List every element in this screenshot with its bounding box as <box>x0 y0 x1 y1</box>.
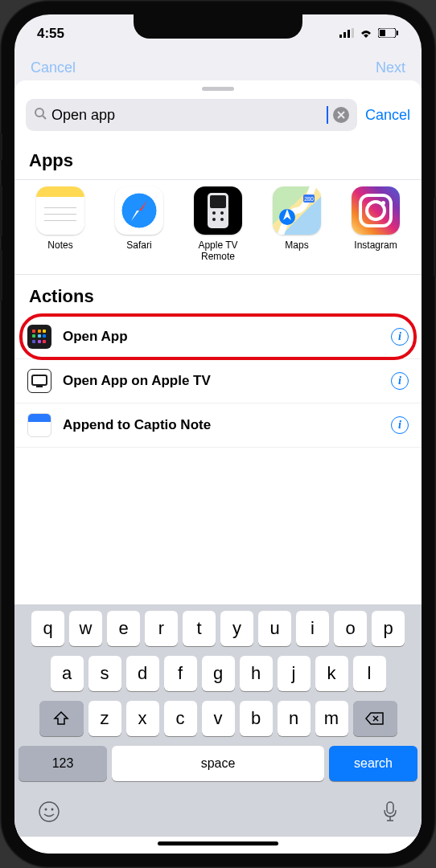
info-icon[interactable]: i <box>391 416 409 434</box>
key-y[interactable]: y <box>220 611 253 646</box>
battery-icon <box>378 26 399 42</box>
action-label: Open App <box>63 329 380 345</box>
key-d[interactable]: d <box>126 656 159 691</box>
key-numbers[interactable]: 123 <box>19 746 107 781</box>
key-m[interactable]: m <box>315 701 348 736</box>
svg-point-27 <box>51 809 54 811</box>
key-i[interactable]: i <box>296 611 329 646</box>
key-t[interactable]: t <box>183 611 216 646</box>
apps-row: Notes Safari Apple TV Remote <box>14 179 422 275</box>
app-label: Safari <box>126 240 151 251</box>
action-open-app[interactable]: Open App i <box>14 315 422 359</box>
key-delete[interactable] <box>353 701 397 736</box>
notch <box>134 14 302 39</box>
key-c[interactable]: c <box>164 701 197 736</box>
svg-rect-28 <box>387 802 393 813</box>
search-icon <box>34 107 47 123</box>
apple-tv-remote-icon <box>194 186 242 235</box>
mute-switch <box>0 133 2 161</box>
svg-rect-1 <box>343 32 346 38</box>
key-a[interactable]: a <box>51 656 84 691</box>
status-time: 4:55 <box>37 26 64 42</box>
info-icon[interactable]: i <box>391 372 409 390</box>
search-sheet: Cancel Apps Notes Safari <box>14 80 422 854</box>
key-g[interactable]: g <box>202 656 235 691</box>
keyboard-footer <box>19 791 417 832</box>
key-w[interactable]: w <box>69 611 102 646</box>
instagram-icon <box>352 186 400 235</box>
app-maps[interactable]: 280 Maps <box>262 186 331 263</box>
key-v[interactable]: v <box>202 701 235 736</box>
key-search[interactable]: search <box>329 746 417 781</box>
svg-rect-24 <box>36 386 43 387</box>
search-row: Cancel <box>14 99 422 139</box>
key-e[interactable]: e <box>107 611 140 646</box>
open-app-icon <box>27 325 51 349</box>
key-r[interactable]: r <box>145 611 178 646</box>
apple-tv-action-icon <box>27 369 51 393</box>
dictation-icon[interactable] <box>382 800 398 829</box>
sheet-grabber[interactable] <box>202 87 234 91</box>
svg-line-8 <box>43 116 46 119</box>
action-label: Append to Captio Note <box>63 417 380 433</box>
search-input[interactable] <box>51 107 322 124</box>
backdrop-cancel: Cancel <box>31 59 76 82</box>
keyboard-row-1: q w e r t y u i o p <box>19 611 417 646</box>
key-x[interactable]: x <box>126 701 159 736</box>
app-instagram[interactable]: Instagram <box>341 186 410 263</box>
key-s[interactable]: s <box>88 656 121 691</box>
key-shift[interactable] <box>39 701 84 736</box>
volume-up <box>0 185 2 237</box>
svg-point-17 <box>212 218 216 221</box>
key-z[interactable]: z <box>88 701 121 736</box>
svg-rect-5 <box>380 30 385 36</box>
svg-rect-6 <box>397 31 398 35</box>
key-k[interactable]: k <box>315 656 348 691</box>
app-label: Notes <box>47 240 72 251</box>
app-label: Maps <box>285 240 308 251</box>
key-f[interactable]: f <box>164 656 197 691</box>
wifi-icon <box>359 26 373 42</box>
action-label: Open App on Apple TV <box>63 373 380 389</box>
app-apple-tv-remote[interactable]: Apple TV Remote <box>183 186 253 263</box>
keyboard-row-4: 123 space search <box>19 746 417 781</box>
results-scroll[interactable]: Apps Notes Safari <box>14 139 422 604</box>
key-h[interactable]: h <box>240 656 273 691</box>
action-append-captio[interactable]: Append to Captio Note i <box>14 403 422 448</box>
app-notes[interactable]: Notes <box>26 186 95 263</box>
key-o[interactable]: o <box>334 611 367 646</box>
cancel-button[interactable]: Cancel <box>365 107 410 124</box>
svg-point-25 <box>39 802 59 821</box>
key-p[interactable]: p <box>372 611 405 646</box>
apps-section-title: Apps <box>14 139 422 179</box>
action-open-app-apple-tv[interactable]: Open App on Apple TV i <box>14 359 422 403</box>
key-l[interactable]: l <box>353 656 386 691</box>
app-safari[interactable]: Safari <box>105 186 174 263</box>
action-list: Open App i Open App on Apple TV i Append… <box>14 315 422 448</box>
svg-point-16 <box>220 211 224 215</box>
svg-rect-2 <box>348 30 350 38</box>
home-indicator[interactable] <box>158 841 278 845</box>
key-b[interactable]: b <box>240 701 273 736</box>
status-indicators <box>339 26 399 42</box>
key-j[interactable]: j <box>278 656 311 691</box>
key-space[interactable]: space <box>112 746 324 781</box>
screen: 4:55 Cancel Next <box>14 14 422 854</box>
clear-search-button[interactable] <box>333 107 349 123</box>
actions-section-title: Actions <box>14 275 422 315</box>
safari-icon <box>115 186 163 235</box>
backdrop-next: Next <box>376 59 405 82</box>
key-n[interactable]: n <box>278 701 311 736</box>
info-icon[interactable]: i <box>391 328 409 346</box>
notes-icon <box>36 186 84 235</box>
key-u[interactable]: u <box>258 611 291 646</box>
svg-point-18 <box>220 218 224 221</box>
emoji-icon[interactable] <box>38 800 60 829</box>
svg-rect-14 <box>210 195 226 208</box>
phone-frame: 4:55 Cancel Next <box>0 0 436 868</box>
key-q[interactable]: q <box>31 611 64 646</box>
search-field[interactable] <box>26 99 357 131</box>
svg-rect-23 <box>32 375 47 385</box>
cellular-icon <box>339 26 354 42</box>
svg-point-7 <box>35 108 43 117</box>
